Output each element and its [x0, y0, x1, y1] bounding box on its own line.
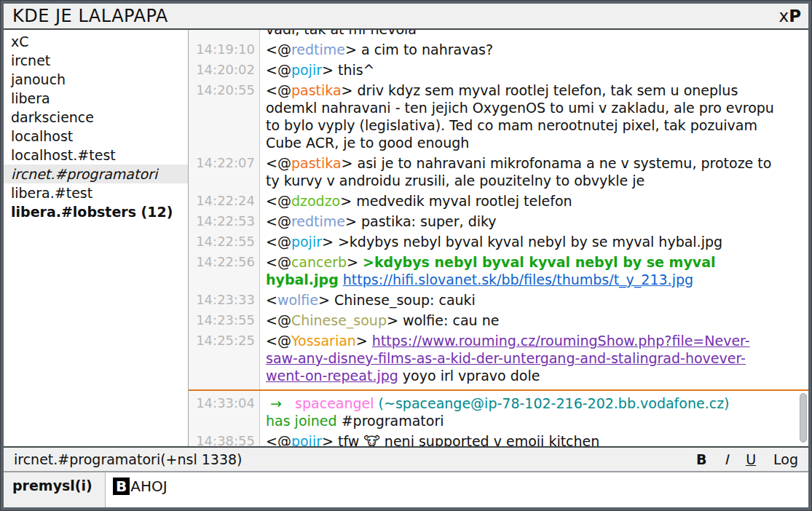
format-button-log[interactable]: Log [773, 451, 798, 467]
titlebar-button-x[interactable]: x [779, 7, 789, 25]
chat-message: 14:20:55<@pastika> driv kdyz sem myval r… [189, 80, 808, 153]
chat-message: 14:22:55<@pojir> >kdybys nebyl byval kyv… [189, 231, 808, 252]
nick: pojir [291, 433, 322, 446]
timestamp: 14:22:24 [189, 192, 260, 210]
chat-message: 14:22:24<@dzodzo> medvedik myval rootlej… [189, 191, 808, 211]
nick: redtime [291, 213, 345, 229]
message-text: #programatori [337, 413, 444, 429]
nick: Yossarian [291, 333, 356, 349]
format-buttons: BIULog [696, 451, 798, 467]
message-body: <@dzodzo> medvedik myval rootlej telefon [260, 192, 808, 210]
message-text: yoyo irl vpravo dole [398, 368, 540, 384]
timestamp: 14:23:33 [189, 291, 260, 309]
chat-message: 14:22:56<@cancerb> >kdybys nebyl byval k… [189, 252, 808, 290]
nick: Chinese_soup [291, 312, 387, 328]
message-text: > tfw 🐮 neni supported v emoji kitchen [322, 433, 599, 446]
message-text: <@ [266, 254, 291, 270]
format-button-i[interactable]: I [725, 451, 729, 467]
message-text: > asi je to nahravani mikrofonama a ne v… [266, 155, 776, 189]
sidebar-item[interactable]: libera.#lobsters (12) [4, 202, 188, 221]
message-link[interactable]: https://hifi.slovanet.sk/bb/files/thumbs… [343, 272, 693, 288]
sidebar-item[interactable]: xC [4, 32, 188, 51]
message-input[interactable]: BAHOJ [106, 472, 808, 507]
nick: pojir [291, 62, 322, 78]
message-body: <@pojir> >kdybys nebyl byval kyval nebyl… [260, 233, 808, 250]
message-text: > medvedik myval rootlej telefon [340, 193, 572, 209]
scrollbar-thumb[interactable] [800, 393, 807, 443]
chat-messages-inner: vadi, tak at mi nevola14:19:10<@redtime>… [189, 30, 808, 446]
message-text: > a cim to nahravas? [345, 41, 493, 58]
nick: redtime [291, 41, 345, 58]
nick: spaceangel [295, 395, 374, 411]
chat-message: 14:20:02<@pojir> this^ [189, 60, 808, 80]
join-verb: has joined [266, 413, 337, 429]
chat-message: 14:22:07<@pastika> asi je to nahravani m… [189, 153, 808, 191]
titlebar-controls: xP [779, 7, 801, 25]
sidebar-item[interactable]: ircnet.#programatori [4, 165, 188, 183]
message-text: <@ [266, 155, 291, 171]
chat-messages: vadi, tak at mi nevola14:19:10<@redtime>… [189, 30, 808, 446]
chat-area: vadi, tak at mi nevola14:19:10<@redtime>… [189, 30, 808, 446]
timestamp: 14:22:55 [189, 233, 260, 250]
statusbar: ircnet.#programatori(+nsl 1338) BIULog [4, 446, 808, 471]
timestamp [189, 30, 260, 38]
message-body: <@Yossarian> https://www.rouming.cz/roum… [260, 332, 808, 384]
titlebar-button-close[interactable]: P [789, 7, 801, 25]
input-text: AHOJ [130, 478, 167, 495]
sidebar-item[interactable]: localhost [4, 127, 188, 146]
message-body: vadi, tak at mi nevola [260, 30, 808, 38]
message-body: <@pojir> tfw 🐮 neni supported v emoji ki… [260, 432, 808, 446]
input-row: premysl(i) BAHOJ [4, 471, 808, 507]
main-area: xCircnetjanouchliberadarksciencelocalhos… [4, 30, 808, 446]
sidebar-item[interactable]: localhost.#test [4, 146, 188, 165]
unread-separator [189, 386, 808, 391]
timestamp: 14:19:10 [189, 41, 260, 58]
nick: wolfie [277, 292, 318, 308]
timestamp: 14:25:25 [189, 332, 260, 384]
chat-message: 14:25:25<@Yossarian> https://www.rouming… [189, 330, 808, 386]
message-body: <@redtime> pastika: super, diky [260, 213, 808, 230]
message-text: > Chinese_soup: cauki [318, 292, 476, 308]
hostmask: (~spaceange@ip-78-102-216-202.bb.vodafon… [379, 395, 730, 411]
chat-message: 14:33:04 → spaceangel (~spaceange@ip-78-… [189, 393, 808, 431]
nick: dzodzo [291, 193, 340, 209]
chat-message: 14:22:53<@redtime> pastika: super, diky [189, 211, 808, 231]
message-text: > driv kdyz sem myval rootlej telefon, t… [266, 82, 779, 151]
message-body: <@pojir> this^ [260, 61, 808, 79]
channel-list: xCircnetjanouchliberadarksciencelocalhos… [4, 30, 189, 446]
message-text: <@ [266, 41, 291, 58]
statusbar-channel-info: ircnet.#programatori(+nsl 1338) [14, 451, 243, 467]
chat-message: 14:23:33<wolfie> Chinese_soup: cauki [189, 290, 808, 310]
timestamp: 14:22:56 [189, 253, 260, 288]
message-text: <@ [266, 312, 291, 328]
message-text: <@ [266, 213, 291, 229]
nick: cancerb [291, 254, 347, 270]
sidebar-item[interactable]: libera [4, 89, 188, 108]
sidebar-item[interactable]: darkscience [4, 108, 188, 127]
message-text: vadi, tak at mi nevola [266, 30, 417, 37]
timestamp: 14:38:55 [189, 432, 260, 446]
join-arrow: → [266, 395, 295, 411]
sidebar-item[interactable]: ircnet [4, 51, 188, 70]
timestamp: 14:22:07 [189, 154, 260, 189]
nick: pojir [291, 234, 322, 250]
chat-message: vadi, tak at mi nevola [189, 30, 808, 39]
message-text: > >kdybys nebyl byval kyval nebyl by se … [322, 234, 722, 250]
sidebar-item[interactable]: janouch [4, 70, 188, 89]
message-body: <wolfie> Chinese_soup: cauki [260, 291, 808, 309]
timestamp: 14:22:53 [189, 213, 260, 230]
message-body: → spaceangel (~spaceange@ip-78-102-216-2… [260, 395, 808, 429]
message-text: <@ [266, 62, 291, 78]
chat-message: 14:38:55<@pojir> tfw 🐮 neni supported v … [189, 431, 808, 446]
format-button-u[interactable]: U [746, 451, 756, 467]
message-text: > [356, 333, 372, 349]
irc-client-window: KDE JE LALAPAPA xP xCircnetjanouchlibera… [0, 0, 812, 511]
message-text: > this^ [322, 62, 375, 78]
nick-label: premysl(i) [4, 472, 106, 507]
sidebar-item[interactable]: libera.#test [4, 183, 188, 202]
nick: pastika [291, 82, 342, 98]
timestamp: 14:33:04 [189, 395, 260, 429]
message-body: <@pastika> asi je to nahravani mikrofona… [260, 154, 808, 189]
format-button-b[interactable]: B [696, 451, 706, 467]
timestamp: 14:20:02 [189, 61, 260, 79]
